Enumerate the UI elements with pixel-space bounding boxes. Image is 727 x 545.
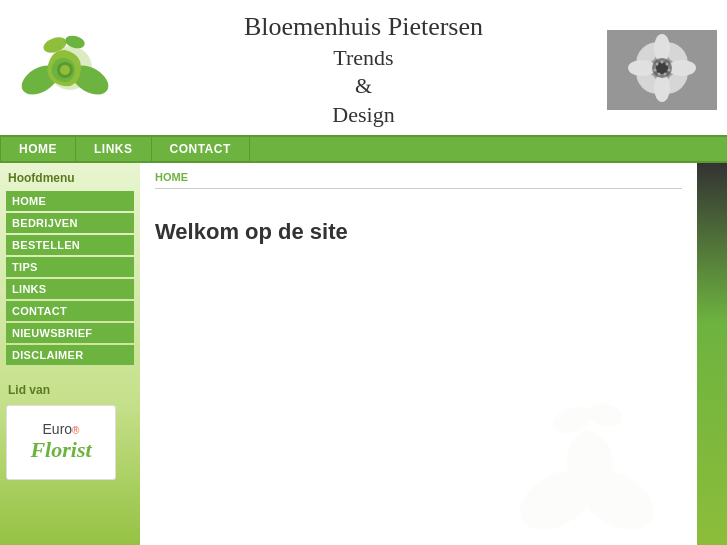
- sidebar-item-bestellen[interactable]: BESTELLEN: [6, 235, 134, 255]
- sidebar-item-home[interactable]: HOME: [6, 191, 134, 211]
- site-logo: [10, 30, 120, 110]
- site-title: Bloemenhuis Pietersen Trends & Design: [120, 10, 607, 130]
- header-flower-image: [607, 30, 717, 110]
- svg-point-5: [60, 65, 70, 75]
- sidebar: Hoofdmenu HOME BEDRIJVEN BESTELLEN TIPS …: [0, 163, 140, 545]
- svg-point-30: [572, 450, 602, 480]
- svg-point-26: [654, 68, 657, 71]
- sidebar-item-contact[interactable]: CONTACT: [6, 301, 134, 321]
- content-area: HOME Welkom op de site: [140, 163, 697, 545]
- content-watermark: [497, 390, 677, 545]
- nav-links[interactable]: LINKS: [76, 137, 152, 161]
- svg-point-21: [661, 60, 664, 63]
- main-layout: Hoofdmenu HOME BEDRIJVEN BESTELLEN TIPS …: [0, 163, 727, 545]
- florist-text: Florist: [30, 438, 91, 462]
- euro-text: Euro®: [30, 422, 91, 437]
- title-line1: Bloemenhuis Pietersen: [120, 10, 607, 44]
- svg-point-22: [666, 62, 669, 65]
- sidebar-item-tips[interactable]: TIPS: [6, 257, 134, 277]
- sidebar-item-links[interactable]: LINKS: [6, 279, 134, 299]
- lid-van-section: Lid van Euro® Florist: [6, 383, 134, 480]
- nav-home[interactable]: HOME: [0, 137, 76, 161]
- breadcrumb: HOME: [155, 171, 682, 189]
- right-panel: [697, 163, 727, 545]
- sidebar-heading: Hoofdmenu: [6, 171, 134, 185]
- title-line2: Trends & Design: [120, 44, 607, 130]
- header: Bloemenhuis Pietersen Trends & Design: [0, 0, 727, 135]
- svg-point-25: [658, 72, 661, 75]
- welcome-heading: Welkom op de site: [155, 219, 682, 245]
- nav-contact[interactable]: CONTACT: [152, 137, 250, 161]
- sidebar-item-bedrijven[interactable]: BEDRIJVEN: [6, 213, 134, 233]
- euroflorist-brand: Euro® Florist: [25, 417, 96, 467]
- svg-point-27: [656, 62, 659, 65]
- lid-van-heading: Lid van: [6, 383, 134, 397]
- sidebar-item-disclaimer[interactable]: DISCLAIMER: [6, 345, 134, 365]
- svg-point-32: [585, 399, 625, 430]
- svg-point-23: [668, 68, 671, 71]
- svg-point-24: [664, 72, 667, 75]
- nav-spacer: [250, 137, 727, 161]
- euroflorist-logo[interactable]: Euro® Florist: [6, 405, 116, 480]
- sidebar-item-nieuwsbrief[interactable]: NIEUWSBRIEF: [6, 323, 134, 343]
- navbar: HOME LINKS CONTACT: [0, 135, 727, 163]
